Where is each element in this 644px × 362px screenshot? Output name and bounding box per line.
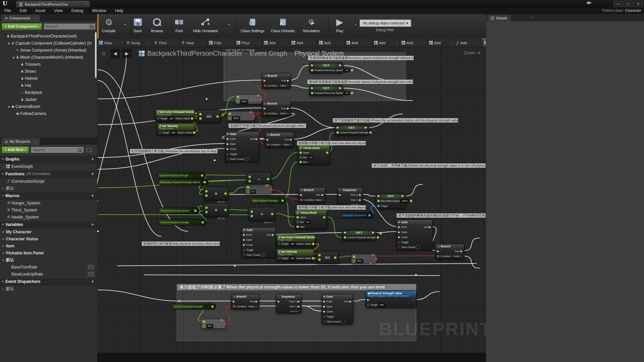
nav-forward-button[interactable]: ▶ <box>122 49 131 58</box>
node-cmp-20[interactable]: 20.0< <box>201 319 225 328</box>
breadcrumb-root[interactable]: BackpackThirdPersonCharacter <box>147 50 242 57</box>
node-set-walk[interactable]: ▶SET▶Max Walk Speed300.0Target <box>376 193 406 209</box>
comment-bubble-3[interactable]: 按下加速键体力值开始减少Press the acceleration butto… <box>333 118 458 123</box>
browse-button[interactable]: Browse <box>151 15 163 33</box>
node-gate-4[interactable]: ▶Gate▶EnterExit▶▶Open▶Close▷ToggleStart … <box>322 294 353 324</box>
node-branch-4[interactable]: ◄Branch▶True▶ConditionFalse▷ <box>299 187 325 203</box>
compile-dropdown-caret[interactable]: ▾ <box>124 23 126 26</box>
node-seq-1[interactable]: →Sequence▶Then 0▶Then 1▶Add pin + <box>337 187 363 207</box>
tab-components[interactable]: ❖ Components × <box>1 15 40 21</box>
comment-bubble-4[interactable]: 松开加速键停止体力减少Release the accelerator key t… <box>130 149 218 154</box>
item-默认[interactable]: ▷默认 <box>0 285 97 292</box>
doc-tab-add-6[interactable]: Add× <box>262 39 290 47</box>
node-get-velocity-1[interactable]: ƒGet VelocityTarget is ActorTargetselfRe… <box>157 123 195 135</box>
comment-bubble-1[interactable]: 移动时非奔跑体力恢复速度Recovery speed of physical s… <box>307 79 413 84</box>
comment-bubble-2[interactable]: 加速时打开体力减少Reduced physical strength when … <box>228 123 306 128</box>
item-默认[interactable]: ▷默认 <box>0 256 97 263</box>
class-settings-button[interactable]: ⚙Class Settings <box>241 15 264 33</box>
eye-icon[interactable]: ● <box>87 264 95 270</box>
my-blueprint-search-input[interactable]: Search <box>31 146 84 153</box>
node-gate-3[interactable]: ▶Gate▶EnterExit▶▶Open▶Close▷ToggleStart … <box>241 227 276 258</box>
section-functions[interactable]: ▼Functions(30 Overridable)+ <box>0 170 97 178</box>
node-cmp-90[interactable]: 90.0< <box>351 254 377 263</box>
doc-tab-add-7[interactable]: Add× <box>290 39 317 47</box>
node-var-current-a[interactable]: Current Physical Strength <box>157 172 206 178</box>
node-branch-6[interactable]: ◄Branch▶True▶ConditionFalse▷ <box>231 294 259 309</box>
menu-asset[interactable]: Asset <box>31 8 50 14</box>
section-graphs[interactable]: ▼Graphs+ <box>0 155 97 163</box>
node-var-charmove[interactable]: Character Movement <box>340 212 373 218</box>
node-set-current-1[interactable]: ▶SET▶Current Physical Strength <box>335 125 369 135</box>
doc-tab-add-11[interactable]: Add× <box>400 39 427 47</box>
doc-tab-add-10[interactable]: Add× <box>372 39 400 47</box>
add-component-button[interactable]: + Add Component ▾ <box>2 23 42 30</box>
comment-bubble-6[interactable]: 体力为0时，关闭体力减少When the physical strength v… <box>372 163 486 168</box>
node-op-mult-1[interactable]: ×Add pin + <box>203 187 229 200</box>
add-icon[interactable]: + <box>90 193 96 198</box>
node-var-max[interactable]: Max Physical Strength <box>251 197 286 203</box>
section-macros[interactable]: ▼Macros+ <box>0 192 97 199</box>
doc-tab-view-0[interactable]: View× <box>97 39 125 47</box>
item-baselookuprate[interactable]: BaseLookUpRate● <box>0 270 97 278</box>
event-graph-canvas[interactable]: ☆ ◀ ▶ BackpackThirdPersonCharacter › Eve… <box>97 47 486 362</box>
node-dot-1[interactable]: dot <box>197 110 221 123</box>
menu-help[interactable]: Help <box>111 8 128 14</box>
node-clamp-1[interactable]: ƒClamp (float)ValueMin0.0Max <box>298 145 330 165</box>
section-variables[interactable]: ▼Variables+ <box>0 221 97 228</box>
tree-item-trousers[interactable]: ♟Trousers <box>0 61 97 68</box>
hide-unrelated-dropdown-caret[interactable]: ▾ <box>228 23 230 26</box>
comment-bubble-8[interactable]: 按下加速键判断角色是否被抬往速度小于90，小于90时开启体力恢复，大于90时关闭… <box>396 213 486 218</box>
doc-tab-thirs-2[interactable]: ⚙Thirs× <box>152 39 180 47</box>
comment-bubble-7[interactable]: 限制最大和最小体力值Limit max and min physical str… <box>297 205 366 210</box>
tree-item-shoes[interactable]: ♟Shoes <box>0 68 97 75</box>
maximize-button[interactable]: □ <box>624 1 633 7</box>
eye-icon[interactable]: ● <box>87 271 95 277</box>
node-var-reduction[interactable]: Reduction Physical Strength Speed <box>158 179 208 185</box>
close-icon[interactable]: × <box>35 140 36 143</box>
menu-view[interactable]: View <box>50 8 67 14</box>
node-dot-2[interactable]: dot <box>316 251 338 264</box>
node-op-add[interactable]: +Add pin + <box>249 207 275 221</box>
section-event-dispatchers[interactable]: ▼Event Dispatchers+ <box>0 278 97 285</box>
node-branch-1[interactable]: ◄Branch▶True▶ConditionFalse▷ <box>262 73 291 88</box>
item-character-status[interactable]: ▷Character Status <box>0 235 97 242</box>
item-my-character[interactable]: ▷My Character <box>0 228 97 235</box>
tree-item-hat[interactable]: ♟Hat <box>0 82 97 89</box>
debug-object-dropdown[interactable]: No debug object selected▾ <box>360 19 411 27</box>
tree-item-capsule[interactable]: ◢▮Capsule Component (CollisionCylinder) … <box>0 40 97 47</box>
tab-my-blueprint[interactable]: ▤ My Blueprint × <box>1 138 40 145</box>
node-clamp-2[interactable]: ƒClamp (float)ValueMin0.0Max <box>295 210 327 229</box>
doc-tab-add-8[interactable]: Add× <box>317 39 345 47</box>
menu-debug[interactable]: Debug <box>67 8 88 14</box>
doc-tab-hung-1[interactable]: ⚙Hung× <box>125 39 152 47</box>
node-get-velocity-2[interactable]: ƒGet VelocityTarget is ActorTargetselfRe… <box>276 249 314 261</box>
doc-tab-heal-3[interactable]: ⚙Heal× <box>180 39 207 47</box>
close-icon[interactable]: × <box>531 16 533 19</box>
tree-item-cameraboom[interactable]: ◢◉CameraBoom <box>0 103 97 110</box>
comment-bubble-9[interactable]: 加速时停止体力恢复Stop physical recovery when acc… <box>142 241 220 246</box>
node-gate-2[interactable]: ▶Gate▶EnterExit▶▶Open▶Close▷ToggleStart … <box>396 220 433 250</box>
visibility-filter-button[interactable]: ◉▾ <box>86 147 93 153</box>
node-cmp-300[interactable]: 300.0> <box>227 111 255 121</box>
components-search-input[interactable]: Search <box>44 23 96 30</box>
window-document-tab[interactable]: BackpackThirdPersonCha × <box>15 0 90 8</box>
node-phys-value[interactable]: ◆Physical Strength ValueTarget is Backpa… <box>366 291 417 308</box>
minimize-button[interactable]: — <box>613 1 623 7</box>
node-set-current-2[interactable]: ▶SET▶Current Physical Strength <box>342 230 376 240</box>
node-var-recovery[interactable]: Physical Recovery Speed <box>158 207 199 214</box>
item-baseturnrate[interactable]: BaseTurnRate● <box>0 263 97 270</box>
node-branch-3[interactable]: ◄Branch▶True▶ConditionFalse▷ <box>265 132 294 147</box>
menu-file[interactable]: File <box>0 8 15 14</box>
comment-bubble-5[interactable]: 限制最大和最小体力值Limit max and min physical str… <box>297 141 366 145</box>
save-button[interactable]: Save <box>133 15 142 33</box>
find-button[interactable]: Find <box>175 15 183 33</box>
tree-item-jacket[interactable]: ♟Jacket <box>0 96 97 103</box>
node-set-recovery-3[interactable]: ▶SET▶Physical Recovery Speed3.0 <box>309 63 343 73</box>
simulation-button[interactable]: ⚙▶Simulation <box>303 15 320 33</box>
close-icon[interactable]: × <box>35 16 36 20</box>
item-thirst-system[interactable]: ⚙Thirst_System <box>0 206 97 214</box>
node-branch-5[interactable]: ◄Branch▶True▶ConditionFalse▷ <box>435 244 464 259</box>
add-icon[interactable]: + <box>90 171 96 176</box>
item-默认[interactable]: ▷默认 <box>0 185 97 192</box>
node-seq-2[interactable]: →Sequence▶Then 0▶Then 1▶Add pin + <box>276 294 302 313</box>
